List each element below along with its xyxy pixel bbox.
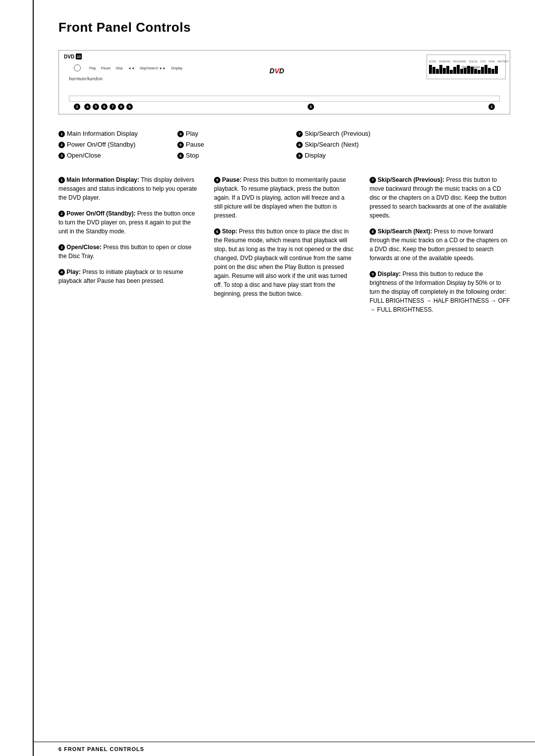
- desc-title-4: Play:: [66, 269, 81, 275]
- label-kchg: KCHG: [429, 60, 436, 63]
- desc-num-8: 8: [370, 228, 376, 235]
- legend-label-4: Play: [186, 129, 198, 138]
- desc-num-6: 6: [214, 228, 220, 235]
- legend-num-9: 9: [296, 153, 303, 159]
- display-bar: [464, 68, 467, 74]
- legend-label-6: Stop: [186, 151, 199, 160]
- display-bar: [491, 69, 494, 74]
- legend-item-3: 3 Open/Close: [58, 151, 158, 160]
- display-bar: [429, 65, 432, 74]
- label-random: RANDOM: [439, 60, 450, 63]
- label-dts: DTS: [481, 60, 485, 63]
- harman-logo: harman/kardon: [69, 75, 103, 81]
- desc-section: 1 Main Information Display: This display…: [58, 175, 510, 321]
- left-border: [0, 0, 34, 756]
- desc-num-1: 1: [58, 177, 65, 183]
- legend-num-8: 8: [296, 142, 303, 148]
- footer-text: 6 FRONT PANEL CONTROLS: [58, 746, 144, 752]
- display-bar: [436, 69, 439, 74]
- diag-num-2: 2: [74, 104, 80, 110]
- label-battery: BATTERY: [498, 60, 509, 63]
- desc-6: 6 Stop: Press this button once to place …: [214, 227, 355, 298]
- desc-9: 9 Display: Press this button to reduce t…: [370, 270, 510, 314]
- diag-num-7: 7: [109, 104, 116, 110]
- desc-title-9: Display:: [377, 270, 401, 277]
- legend-col-2: 4 Play 5 Pause 6 Stop: [177, 129, 276, 161]
- display-bar: [439, 65, 442, 74]
- desc-num-9: 9: [370, 271, 376, 277]
- dvd-logo-center: DVD: [269, 65, 299, 78]
- diag-num-9: 9: [126, 104, 133, 110]
- desc-num-7: 7: [370, 177, 376, 183]
- legend-label-3: Open/Close: [67, 151, 101, 160]
- display-bar: [495, 66, 498, 74]
- display-labels: KCHG RANDOM PROGRAM DOLGE DTS 24/96 BATT…: [429, 60, 503, 63]
- display-bar: [460, 69, 463, 74]
- diag-num-3: 3: [308, 104, 314, 110]
- diag-num-6: 6: [101, 104, 107, 110]
- display-bar: [474, 69, 477, 74]
- legend-num-6: 6: [177, 153, 184, 159]
- legend-item-4: 4 Play: [177, 129, 276, 138]
- page-title: Front Panel Controls: [58, 20, 510, 35]
- desc-title-2: Power On/Off (Standby):: [66, 210, 135, 217]
- display-bars: [429, 64, 503, 74]
- desc-8: 8 Skip/Search (Next): Press to move forw…: [370, 227, 510, 263]
- legend-label-7: Skip/Search (Previous): [305, 129, 371, 138]
- desc-2: 2 Power On/Off (Standby): Press the butt…: [58, 209, 199, 236]
- legend-item-2: 2 Power On/Off (Standby): [58, 140, 158, 149]
- dvd-diagram: DVD 23 Play Pause Stop ◄◄ Skip/Search ►►…: [58, 50, 510, 114]
- legend-col-3: 7 Skip/Search (Previous) 8 Skip/Search (…: [296, 129, 395, 161]
- label-program: PROGRAM: [453, 60, 466, 63]
- desc-title-1: Main Information Display:: [66, 176, 139, 183]
- display-bar: [481, 67, 484, 74]
- legend-col-1: 1 Main Information Display 2 Power On/Of…: [58, 129, 158, 161]
- legend-label-1: Main Information Display: [67, 129, 138, 138]
- diag-num-8: 8: [118, 104, 124, 110]
- desc-text-6: Press this button once to place the disc…: [214, 228, 354, 297]
- track-line: [69, 96, 500, 102]
- svg-text:DVD: DVD: [269, 67, 284, 75]
- display-bar: [478, 70, 481, 74]
- legend-num-2: 2: [58, 142, 65, 148]
- legend-item-6: 6 Stop: [177, 151, 276, 160]
- legend-label-9: Display: [305, 151, 326, 160]
- display-bar: [450, 70, 453, 74]
- diag-num-5: 5: [93, 104, 99, 110]
- ctrl-display[interactable]: Display: [168, 66, 185, 70]
- dvd-text: DVD: [64, 54, 74, 59]
- desc-7: 7 Skip/Search (Previous): Press this but…: [370, 175, 510, 220]
- power-circle[interactable]: [74, 64, 81, 71]
- diag-num-4: 4: [84, 104, 91, 110]
- display-bar: [488, 68, 491, 74]
- dvd-label: DVD 23: [64, 54, 82, 59]
- controls-row: Play Pause Stop ◄◄ Skip/Search ►► Displa…: [74, 64, 185, 71]
- legend-num-5: 5: [177, 142, 184, 148]
- desc-3: 3 Open/Close: Press this button to open …: [58, 243, 199, 261]
- display-panel: KCHG RANDOM PROGRAM DOLGE DTS 24/96 BATT…: [427, 54, 506, 79]
- display-bar: [471, 67, 474, 74]
- display-bar: [453, 67, 456, 74]
- dvd-logo-svg: DVD: [269, 65, 299, 76]
- legend-item-8: 8 Skip/Search (Next): [296, 140, 395, 149]
- diagram-numbers: 2 4 5 6 7 8 9 3 1: [74, 104, 495, 110]
- desc-5: 5 Pause: Press this button to momentaril…: [214, 175, 355, 220]
- desc-num-3: 3: [58, 244, 65, 251]
- ctrl-stop[interactable]: Stop: [113, 66, 125, 70]
- desc-col-1: 1 Main Information Display: This display…: [58, 175, 199, 321]
- ctrl-play[interactable]: Play: [87, 66, 99, 70]
- display-bar: [432, 67, 435, 74]
- ctrl-pause[interactable]: Pause: [99, 66, 113, 70]
- ctrl-prev[interactable]: ◄◄: [125, 66, 137, 70]
- legend-section: 1 Main Information Display 2 Power On/Of…: [58, 129, 510, 161]
- diag-num-1: 1: [488, 104, 495, 110]
- desc-col-3: 7 Skip/Search (Previous): Press this but…: [370, 175, 510, 321]
- label-dolge: DOLGE: [469, 60, 478, 63]
- desc-title-8: Skip/Search (Next):: [377, 228, 432, 235]
- legend-num-3: 3: [58, 153, 65, 159]
- display-bar: [484, 65, 487, 74]
- desc-title-5: Pause:: [222, 176, 241, 183]
- ctrl-skip-search[interactable]: Skip/Search ►►: [137, 66, 169, 70]
- desc-num-5: 5: [214, 177, 220, 183]
- legend-label-2: Power On/Off (Standby): [67, 140, 136, 149]
